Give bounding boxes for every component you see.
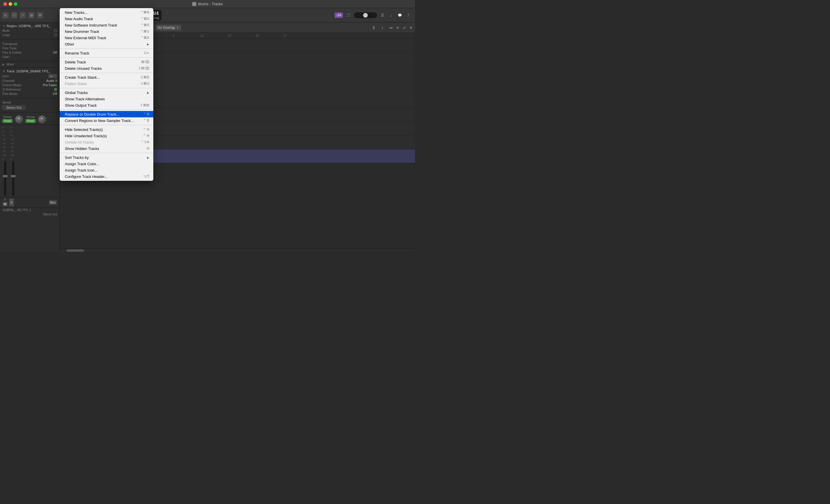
ruler-mark-15: 15: [256, 34, 283, 37]
count-in-btn[interactable]: ♩34: [334, 12, 343, 18]
menu-item-hide-unselected-tracks[interactable]: Hide Unselected Track(s) ⌃ H: [60, 133, 153, 139]
comment-btn[interactable]: 💬: [396, 12, 403, 19]
gain-row: Gain:: [2, 55, 57, 59]
horizontal-scrollbar[interactable]: [60, 249, 415, 252]
minimize-button[interactable]: [9, 2, 12, 6]
list-view-btn[interactable]: ☰: [379, 12, 386, 19]
transport-right: ♩34 🎵 ☰ ♩ 💬 ⤴: [334, 12, 412, 19]
menu-item-new-external-midi-track[interactable]: New External MIDI Track ⌃⌘X: [60, 35, 153, 41]
menu-item-delete-track[interactable]: Delete Track ⌘⌫: [60, 59, 153, 65]
group1-read-btn[interactable]: Read: [2, 119, 13, 123]
volume-thumb[interactable]: [363, 13, 368, 18]
scrollbar-thumb[interactable]: [67, 249, 84, 252]
menu-item-show-output-track[interactable]: Show Output Track ⇧⌘M: [60, 102, 153, 108]
midi-icon[interactable]: ▤: [28, 12, 35, 19]
q-reference-checkbox[interactable]: [54, 88, 57, 91]
fader-1-thumb[interactable]: [3, 175, 7, 177]
track-name-label-2: Stereo Out: [43, 213, 57, 216]
link-btn[interactable]: ⤢: [401, 24, 408, 31]
group1-knob: [15, 115, 23, 123]
track-header: ▼ Track: 162BPM_SNARE TP.5_: [2, 69, 57, 73]
track-name-label-1: 162BPM_...RE TP.5_1: [2, 209, 31, 212]
ruler-mark-9: 9: [172, 34, 200, 37]
menu-item-replace-or-double-drum-track[interactable]: Replace or Double Drum Track... ⌃ D: [60, 111, 153, 117]
icon-row: Icon:: [2, 74, 57, 78]
bnc-button[interactable]: Bnc: [49, 200, 57, 205]
track-icon-preview[interactable]: [49, 74, 57, 78]
mute-checkbox[interactable]: [54, 29, 57, 32]
freeze-mode-row: Freeze Mode: Pre Fader: [2, 83, 57, 87]
loop-checkbox[interactable]: [54, 33, 57, 36]
menu-item-create-track-stack[interactable]: Create Track Stack... ⇧⌘D: [60, 74, 153, 81]
group-2: Group Read: [25, 115, 36, 123]
fader-1-track[interactable]: [4, 161, 6, 196]
menu-item-unhide-all-tracks: Unhide All Tracks ⌃⇧H: [60, 139, 153, 145]
menu-item-assign-track-icon[interactable]: Assign Track Icon...: [60, 167, 153, 173]
smart-controls-icon[interactable]: ◎: [2, 12, 9, 19]
transpose-row: Transpose:: [2, 42, 57, 45]
region-header: ▼ Region: 162BPM_...ARE TP.5_: [2, 24, 57, 28]
menu-item-delete-unused-tracks[interactable]: Delete Unused Tracks ⇧⌘⌫: [60, 65, 153, 71]
drag-dropdown[interactable]: No Overlap ▼: [156, 25, 181, 31]
share-btn[interactable]: ⤴: [405, 12, 412, 19]
stereo-out-btn[interactable]: Stereo Out: [2, 105, 25, 110]
menu-separator-3: [60, 73, 153, 73]
menu-item-global-tracks[interactable]: Global Tracks ▶: [60, 89, 153, 96]
maximize-button[interactable]: [14, 2, 17, 6]
left-panel: ◎ ⓘ ? ▤ ⚙ ▼ Region: 162BPM_...ARE TP.5_ …: [0, 8, 60, 252]
dot2-icon: [410, 27, 412, 29]
note-btn[interactable]: ♩: [388, 12, 394, 19]
menu-item-convert-regions-to-new-sampler-track[interactable]: Convert Regions to New Sampler Track... …: [60, 117, 153, 124]
volume-slider[interactable]: [354, 12, 377, 18]
fader-section: 6 0 -6 -12 -18 -24 -30 -36 ∞ 6 0: [0, 125, 59, 197]
menu-item-hide-selected-tracks[interactable]: Hide Selected Track(s) ⌃ H: [60, 126, 153, 133]
window-title: drums - Tracks: [192, 2, 223, 6]
title-bar: drums - Tracks: [0, 0, 415, 8]
flex-btn[interactable]: ⇕: [370, 24, 378, 31]
region-panel: ▼ Region: 162BPM_...ARE TP.5_ Mute: Loop…: [0, 23, 59, 39]
menu-item-show-hidden-tracks[interactable]: Show Hidden Tracks H: [60, 145, 153, 152]
metronome-btn[interactable]: 🎵: [345, 12, 352, 19]
menu-separator-4: [60, 88, 153, 88]
menu-separator-5: [60, 109, 153, 110]
menu-item-sort-tracks-by[interactable]: Sort Tracks by ▶: [60, 154, 153, 161]
help-icon[interactable]: ?: [20, 12, 26, 19]
solo-button[interactable]: S: [9, 198, 14, 207]
fader-2-marks: 6 0 -6 -12 -18 -24 -30 -36 ∞: [10, 126, 16, 161]
toolbar-right-icons: ⇕ ↕ ⇔ ⤢: [370, 24, 413, 31]
group-1: Group Read: [2, 115, 13, 123]
menu-item-rename-track[interactable]: Rename Track ⇧↩: [60, 50, 153, 56]
menu-item-new-audio-track[interactable]: New Audio Track ⌃⌘A: [60, 15, 153, 22]
group2-knob: [38, 115, 46, 123]
channel-row: Channel: Audio 9: [2, 79, 57, 83]
settings-icon[interactable]: ⚙: [37, 12, 43, 19]
menu-separator-1: [60, 49, 153, 49]
traffic-lights: [3, 2, 17, 6]
fader-1-marks: 6 0 -6 -12 -18 -24 -30 -36 ∞: [2, 126, 8, 161]
menu-separator-2: [60, 57, 153, 58]
group2-read-btn[interactable]: Read: [25, 119, 36, 123]
transpose-panel: Transpose: Fine Tune: Flex & Follow: Off…: [0, 39, 59, 61]
menu-item-new-drummer-track[interactable]: New Drummer Track ⌃⌘U: [60, 28, 153, 35]
menu-item-show-track-alternatives[interactable]: Show Track Alternatives: [60, 96, 153, 102]
resize-btn[interactable]: ↕: [379, 24, 386, 31]
ruler-mark-17: 17: [283, 34, 311, 37]
more-section[interactable]: ▶ More: [0, 61, 59, 68]
menu-item-new-tracks[interactable]: New Tracks... ⌃⌘N: [60, 9, 153, 15]
mute-row: Mute:: [2, 29, 57, 32]
mute-button[interactable]: M: [2, 202, 8, 207]
menu-item-new-software-instrument-track[interactable]: New Software Instrument Track ⌃⌘S: [60, 22, 153, 28]
menu-item-configure-track-header[interactable]: Configure Track Header... ⌥T: [60, 173, 153, 180]
fader-2-track[interactable]: [12, 161, 14, 196]
sends-section: Sends Stereo Out: [0, 98, 59, 113]
expand-btn[interactable]: ⇔: [387, 24, 395, 31]
menu-item-assign-track-color[interactable]: Assign Track Color...: [60, 161, 153, 167]
menu-item-other[interactable]: Other ▶: [60, 41, 153, 47]
fader-2-thumb[interactable]: [11, 175, 15, 177]
group-row: Group Read Group Read: [2, 115, 57, 123]
context-menu: New Tracks... ⌃⌘N New Audio Track ⌃⌘A Ne…: [60, 8, 153, 181]
app-icon: [192, 2, 196, 6]
close-button[interactable]: [3, 2, 7, 6]
info-icon[interactable]: ⓘ: [11, 12, 17, 19]
menu-item-flatten-stack: Flatten Stack ⇧⌘U: [60, 81, 153, 87]
